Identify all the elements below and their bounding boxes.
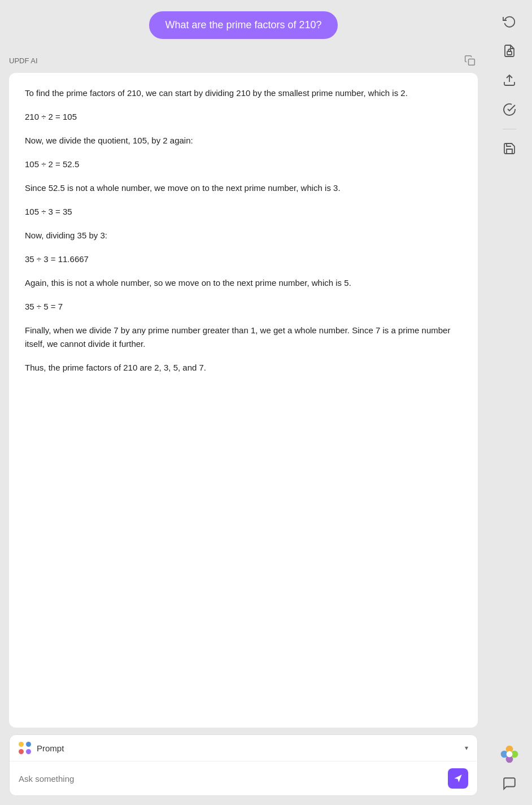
mail-icon-button[interactable] <box>497 97 522 122</box>
dot-purple <box>26 749 31 754</box>
response-p2: Now, we divide the quotient, 105, by 2 a… <box>25 134 462 147</box>
user-message-container: What are the prime factors of 210? <box>0 11 487 39</box>
user-message-bubble: What are the prime factors of 210? <box>149 11 337 39</box>
ask-input-row <box>10 762 477 795</box>
prompt-label: Prompt <box>37 743 465 753</box>
refresh-icon-button[interactable] <box>497 9 522 34</box>
prompt-top-row[interactable]: Prompt ▾ <box>10 735 477 762</box>
response-math1: 210 ÷ 2 = 105 <box>25 110 462 124</box>
response-p6: Finally, when we divide 7 by any prime n… <box>25 324 462 351</box>
response-p3: Since 52.5 is not a whole number, we mov… <box>25 181 462 195</box>
response-p7: Thus, the prime factors of 210 are 2, 3,… <box>25 361 462 375</box>
response-math2: 105 ÷ 2 = 52.5 <box>25 158 462 171</box>
save-icon-button[interactable] <box>497 136 522 161</box>
copy-button[interactable] <box>462 53 478 68</box>
response-p5: Again, this is not a whole number, so we… <box>25 276 462 290</box>
response-p1: To find the prime factors of 210, we can… <box>25 86 462 100</box>
response-math3: 105 ÷ 3 = 35 <box>25 205 462 219</box>
main-area: What are the prime factors of 210? UPDF … <box>0 0 487 805</box>
ask-input[interactable] <box>19 774 448 784</box>
send-button[interactable] <box>448 768 468 789</box>
dot-yellow <box>19 742 24 747</box>
dot-red <box>19 749 24 754</box>
upload-icon-button[interactable] <box>497 68 522 93</box>
svg-rect-0 <box>469 59 475 66</box>
right-sidebar <box>487 0 532 805</box>
response-math4: 35 ÷ 3 = 11.6667 <box>25 253 462 266</box>
ai-label-row: UPDF AI <box>0 48 487 73</box>
dot-blue <box>26 742 31 747</box>
sidebar-divider <box>503 129 516 129</box>
flower-icon-button[interactable] <box>497 742 522 767</box>
svg-point-7 <box>507 751 513 758</box>
lock-file-icon-button[interactable] <box>497 38 522 63</box>
chat-bubble-icon-button[interactable] <box>497 771 522 796</box>
response-math5: 35 ÷ 5 = 7 <box>25 300 462 314</box>
prompt-bar: Prompt ▾ <box>9 734 478 796</box>
svg-rect-1 <box>507 51 512 55</box>
response-p4: Now, dividing 35 by 3: <box>25 229 462 242</box>
prompt-dots-icon <box>19 742 31 754</box>
ai-response-box: To find the prime factors of 210, we can… <box>9 73 478 728</box>
chevron-down-icon: ▾ <box>465 744 468 752</box>
ai-label: UPDF AI <box>9 56 38 65</box>
